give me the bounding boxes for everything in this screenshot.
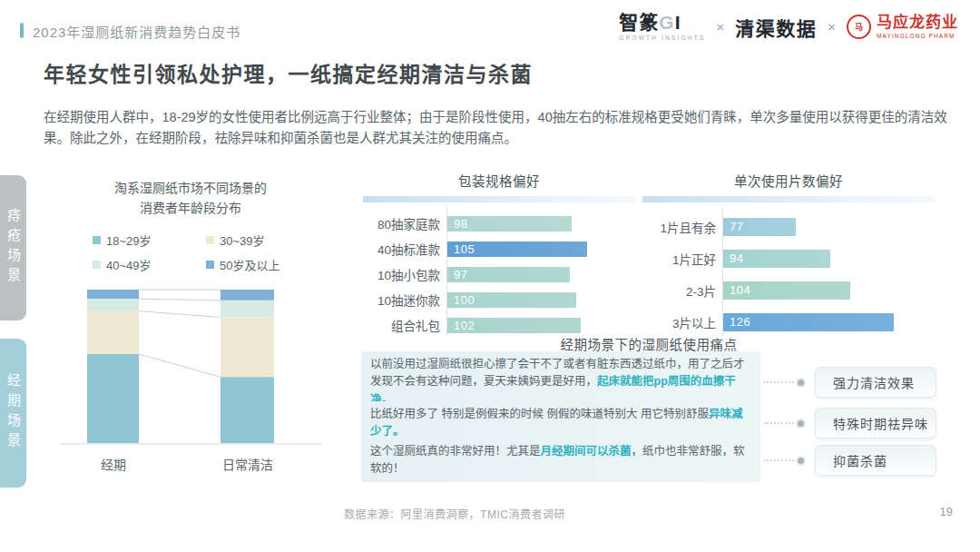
category-label-period: 经期 [87, 455, 140, 473]
stacked-segment-30~39岁 [87, 311, 139, 354]
bar-row: 2-3片104 [642, 274, 935, 306]
bar: 77 [722, 218, 796, 236]
stacked-bar-plot [54, 280, 327, 452]
painpoints-section: 经期场景下的湿厕纸使用痛点 以前没用过湿厕纸很担心擦了会干不了或者有脏东西透过纸… [361, 334, 936, 483]
dotted-connector [764, 459, 794, 461]
bar-row: 40抽标准款105 [363, 236, 635, 261]
bar-category-label: 10抽迷你款 [363, 291, 446, 309]
bar: 94 [722, 250, 830, 268]
bar-category-label: 1片且有余 [642, 218, 722, 236]
bar: 98 [446, 216, 572, 232]
bar-category-label: 40抽标准款 [363, 240, 446, 258]
bar-rows: 1片且有余771片正好942-3片1043片以上126 [642, 211, 935, 338]
bar-row: 1片正好94 [642, 242, 935, 274]
chart-title-line2: 消费者年龄段分布 [54, 198, 327, 218]
bar-row: 3片以上126 [642, 306, 935, 338]
bar: 104 [722, 281, 850, 300]
quote-highlight: 月经期间可以杀菌 [541, 445, 632, 458]
bar-category-label: 2-3片 [642, 281, 722, 300]
connector-dot-icon [798, 380, 804, 386]
painpoints-title: 经期场景下的湿厕纸使用痛点 [361, 334, 936, 353]
chart-header-band [363, 196, 635, 202]
bar: 97 [446, 267, 570, 282]
legend-swatch [93, 236, 101, 244]
chart-title: 包装规格偏好 [363, 171, 635, 190]
sidebar-tab-period-scene[interactable]: 经期场景 [0, 339, 26, 488]
mayinglong-subtext: MAYINGLONG PHARM [877, 33, 958, 39]
qingqu-data-logo: 清渠数据 [735, 14, 817, 41]
sheets-per-use-chart: 单次使用片数偏好 1片且有余771片正好942-3片1043片以上126 [642, 171, 935, 343]
painpoint-row: 比纸好用多了 特别是例假来的时候 例假的味道特别大 用它特别舒服异味减少了。特殊… [361, 411, 936, 435]
mayinglong-logo: 马 马应龙药业 MAYINGLONG PHARM [847, 15, 958, 39]
zhizhuan-name: 智篆 [619, 12, 659, 33]
legend-item: 30~39岁 [206, 232, 327, 249]
page-number: 19 [940, 505, 953, 518]
legend-swatch [206, 261, 214, 269]
legend-label: 18~29岁 [106, 232, 152, 249]
chart-header-band [642, 196, 935, 202]
painpoint-label-badge: 抑菌杀菌 [815, 445, 936, 476]
bar-row: 10抽迷你款100 [363, 287, 635, 312]
page-title: 年轻女性引领私处护理，一纸搞定经期清洁与杀菌 [44, 57, 533, 88]
gi-g-letter: G [659, 12, 674, 33]
bar-category-label: 组合礼包 [363, 316, 446, 334]
growth-insights-subtext: GROWTH INSIGHTS [619, 34, 705, 41]
legend-item: 40~49岁 [93, 256, 206, 273]
dotted-connector [764, 422, 794, 424]
bar-value-label: 104 [722, 283, 750, 297]
stacked-segment-50岁及以上 [220, 290, 274, 301]
legend-item: 18~29岁 [93, 232, 206, 249]
legend-label: 50岁及以上 [220, 256, 279, 273]
painpoint-label-badge: 强力清洁效果 [815, 367, 936, 398]
stacked-segment-50岁及以上 [87, 290, 139, 299]
bar-value-label: 126 [722, 315, 750, 329]
bar-row: 1片且有余77 [642, 211, 935, 242]
sidebar-tab-hemorrhoid-scene[interactable]: 痔疮场景 [0, 175, 26, 320]
zhizhuan-logo-text: 智篆GI [619, 13, 705, 33]
connector-line [139, 299, 220, 301]
mayinglong-seal-icon: 马 [847, 15, 871, 39]
painpoint-label-badge: 特殊时期祛异味 [815, 408, 936, 439]
bar-value-label: 97 [446, 268, 467, 281]
y-axis-line [722, 207, 723, 336]
bar: 100 [446, 292, 576, 308]
bar-value-label: 77 [722, 220, 743, 233]
bar-row: 80抽家庭款98 [363, 211, 635, 236]
bar-category-label: 3片以上 [642, 313, 722, 331]
bar-category-label: 10抽小包款 [363, 265, 446, 283]
consumer-quote: 这个湿厕纸真的非常好用！尤其是月经期间可以杀菌，纸巾也非常舒服，软软的！ [361, 439, 760, 483]
chart-title-line1: 淘系湿厕纸市场不同场景的 [54, 178, 327, 198]
legend-swatch [93, 261, 101, 269]
multiply-separator-icon: × [716, 19, 724, 34]
legend-label: 40~49岁 [106, 256, 152, 273]
package-size-chart: 包装规格偏好 80抽家庭款9840抽标准款10510抽小包款9710抽迷你款10… [363, 171, 635, 343]
legend-label: 30~39岁 [220, 232, 265, 249]
connector-dot-icon [798, 458, 804, 464]
dotted-connector [764, 381, 794, 383]
bar-value-label: 94 [722, 251, 743, 265]
chart-title: 淘系湿厕纸市场不同场景的 消费者年龄段分布 [54, 178, 327, 219]
y-axis-line [446, 207, 447, 336]
bar: 102 [446, 318, 581, 333]
stacked-segment-40~49岁 [87, 299, 139, 311]
quote-text: 比纸好用多了 特别是例假来的时候 例假的味道特别大 用它特别舒服 [370, 408, 709, 420]
connector-line [139, 311, 220, 318]
chart-legend: 18~29岁30~39岁40~49岁50岁及以上 [93, 232, 327, 273]
bar-category-label: 80抽家庭款 [363, 214, 446, 232]
age-distribution-chart: 淘系湿厕纸市场不同场景的 消费者年龄段分布 18~29岁30~39岁40~49岁… [54, 178, 327, 478]
multiply-separator-icon: × [828, 19, 836, 34]
bar-value-label: 100 [446, 293, 475, 307]
bar-value-label: 105 [446, 242, 475, 256]
document-title: 2023年湿厕纸新消费趋势白皮书 [33, 22, 240, 41]
painpoint-row: 以前没用过湿厕纸很担心擦了会干不了或者有脏东西透过纸巾，用了之后才发现不会有这种… [361, 358, 936, 407]
connector-dot-icon [798, 420, 804, 427]
mayinglong-name: 马应龙药业 [877, 15, 958, 32]
header-accent-bar [20, 23, 24, 38]
bar-row: 10抽小包款97 [363, 261, 635, 287]
quote-text: 这个湿厕纸真的非常好用！尤其是 [370, 445, 541, 458]
stacked-segment-30~39岁 [220, 317, 274, 377]
bar-category-label: 1片正好 [642, 250, 722, 268]
data-source-note: 数据来源：阿里消费洞察，TMIC消费者调研 [0, 506, 909, 521]
stacked-segment-18~29岁 [220, 377, 274, 443]
legend-item: 50岁及以上 [206, 256, 327, 273]
